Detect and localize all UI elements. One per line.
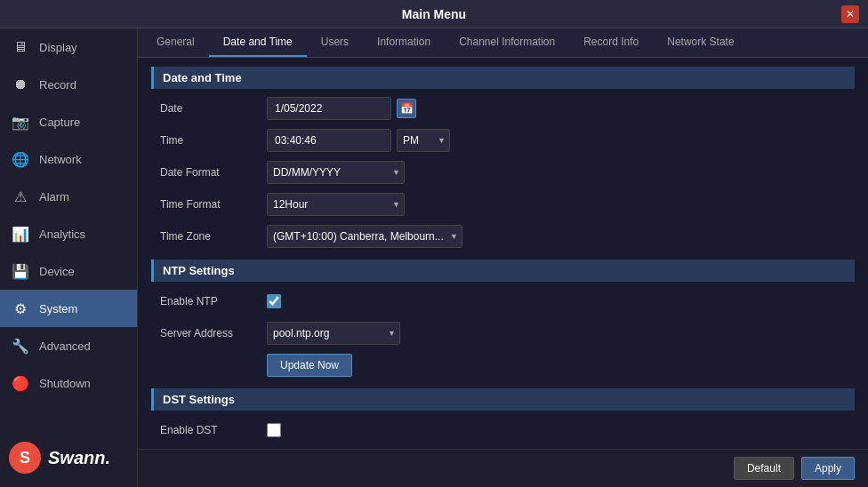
section-datetime-body: Date 📅 Time AM (151, 96, 855, 249)
apply-button[interactable]: Apply (801, 457, 855, 480)
logo-icon: S (9, 442, 41, 474)
date-label: Date (160, 102, 267, 115)
sidebar-label-capture: Capture (39, 116, 80, 129)
content-scroll: Date and Time Date 📅 Time (138, 58, 868, 449)
display-icon: 🖥 (11, 37, 30, 57)
enable-dst-row: Enable DST (160, 418, 846, 443)
capture-icon: 📷 (11, 112, 30, 132)
timezone-wrapper: (GMT+10:00) Canberra, Melbourn... (267, 225, 462, 248)
sidebar-label-analytics: Analytics (39, 228, 85, 241)
main-layout: 🖥 Display ⏺ Record 📷 Capture 🌐 Network ⚠… (0, 28, 868, 487)
sidebar-item-capture[interactable]: 📷 Capture (0, 103, 137, 140)
default-button[interactable]: Default (734, 457, 794, 480)
sidebar-label-record: Record (39, 78, 76, 92)
date-control: 📅 (267, 97, 846, 120)
sidebar-item-advanced[interactable]: 🔧 Advanced (0, 327, 137, 364)
date-format-label: Date Format (160, 166, 267, 179)
date-format-wrapper: DD/MM/YYYY MM/DD/YYYY YYYY/MM/DD (267, 161, 405, 184)
sidebar-item-device[interactable]: 💾 Device (0, 252, 137, 290)
sidebar-item-record[interactable]: ⏺ Record (0, 66, 137, 103)
timezone-row: Time Zone (GMT+10:00) Canberra, Melbourn… (160, 224, 846, 249)
sidebar-label-shutdown: Shutdown (39, 377, 91, 390)
sidebar-item-alarm[interactable]: ⚠ Alarm (0, 178, 137, 215)
date-format-select[interactable]: DD/MM/YYYY MM/DD/YYYY YYYY/MM/DD (267, 161, 405, 184)
time-control: AM PM (267, 129, 846, 152)
time-format-wrapper: 12Hour 24Hour (267, 193, 405, 216)
sidebar-item-analytics[interactable]: 📊 Analytics (0, 215, 137, 252)
device-icon: 💾 (11, 261, 30, 281)
date-format-control: DD/MM/YYYY MM/DD/YYYY YYYY/MM/DD (267, 161, 846, 184)
calendar-icon[interactable]: 📅 (397, 99, 416, 118)
enable-ntp-label: Enable NTP (160, 295, 267, 307)
logo-text: Swann. (48, 448, 110, 468)
enable-dst-checkbox[interactable] (267, 423, 281, 437)
time-label: Time (160, 134, 267, 147)
enable-ntp-checkbox[interactable] (267, 294, 281, 308)
record-icon: ⏺ (11, 75, 30, 94)
sidebar-label-advanced: Advanced (39, 339, 91, 353)
update-now-button[interactable]: Update Now (267, 354, 352, 377)
update-now-row: Update Now (160, 353, 846, 378)
swann-logo: S Swann. (0, 428, 137, 487)
tab-general[interactable]: General (142, 28, 209, 57)
sidebar-label-network: Network (39, 153, 82, 166)
server-address-control: pool.ntp.org time.google.com time.window… (267, 322, 846, 345)
section-datetime-header: Date and Time (151, 67, 855, 89)
server-address-select[interactable]: pool.ntp.org time.google.com time.window… (267, 322, 400, 345)
ampm-wrapper: AM PM (397, 129, 450, 152)
server-address-wrapper: pool.ntp.org time.google.com time.window… (267, 322, 400, 345)
system-icon: ⚙ (11, 299, 30, 318)
content-area: General Date and Time Users Information … (138, 28, 868, 487)
shutdown-icon: 🔴 (11, 373, 30, 393)
title-bar-title: Main Menu (402, 7, 466, 21)
tab-bar: General Date and Time Users Information … (138, 28, 868, 58)
tab-information[interactable]: Information (363, 28, 445, 57)
time-format-label: Time Format (160, 198, 267, 211)
section-dst: DST Settings Enable DST Time Offset (151, 388, 855, 449)
sidebar-label-system: System (39, 302, 77, 315)
sidebar-item-shutdown[interactable]: 🔴 Shutdown (0, 364, 137, 402)
date-input[interactable] (267, 97, 391, 120)
sidebar-item-display[interactable]: 🖥 Display (0, 28, 137, 66)
sidebar-label-alarm: Alarm (39, 190, 69, 204)
sidebar-label-device: Device (39, 265, 75, 278)
sidebar-label-display: Display (39, 41, 77, 54)
close-button[interactable]: ✕ (841, 5, 859, 23)
time-format-select[interactable]: 12Hour 24Hour (267, 193, 405, 216)
timezone-control: (GMT+10:00) Canberra, Melbourn... (267, 225, 846, 248)
date-row: Date 📅 (160, 96, 846, 121)
tab-datetime[interactable]: Date and Time (209, 28, 307, 57)
section-dst-body: Enable DST Time Offset 1Hour 2Ho (151, 418, 855, 449)
alarm-icon: ⚠ (11, 187, 30, 206)
update-now-control: Update Now (267, 354, 846, 377)
sidebar-item-network[interactable]: 🌐 Network (0, 140, 137, 178)
network-icon: 🌐 (11, 149, 30, 169)
server-address-label: Server Address (160, 327, 267, 339)
section-ntp: NTP Settings Enable NTP Server Address (151, 259, 855, 378)
bottom-bar: Default Apply (138, 449, 868, 487)
time-input[interactable] (267, 129, 391, 152)
section-ntp-body: Enable NTP Server Address pool.ntp.org (151, 289, 855, 378)
section-dst-header: DST Settings (151, 388, 855, 411)
tab-record-info[interactable]: Record Info (569, 28, 653, 57)
ampm-select[interactable]: AM PM (397, 129, 450, 152)
tab-network-state[interactable]: Network State (653, 28, 748, 57)
time-row: Time AM PM (160, 128, 846, 153)
tab-channel[interactable]: Channel Information (445, 28, 569, 57)
timezone-select[interactable]: (GMT+10:00) Canberra, Melbourn... (267, 225, 462, 248)
timezone-label: Time Zone (160, 230, 267, 243)
section-datetime: Date and Time Date 📅 Time (151, 67, 855, 249)
section-ntp-header: NTP Settings (151, 259, 855, 282)
analytics-icon: 📊 (11, 224, 30, 244)
time-format-row: Time Format 12Hour 24Hour (160, 192, 846, 217)
enable-ntp-control (267, 294, 846, 308)
time-format-control: 12Hour 24Hour (267, 193, 846, 216)
advanced-icon: 🔧 (11, 336, 30, 355)
tab-users[interactable]: Users (307, 28, 363, 57)
sidebar-item-system[interactable]: ⚙ System (0, 290, 137, 327)
sidebar: 🖥 Display ⏺ Record 📷 Capture 🌐 Network ⚠… (0, 28, 138, 487)
enable-dst-label: Enable DST (160, 424, 267, 436)
enable-dst-control (267, 423, 846, 437)
title-bar: Main Menu ✕ (0, 0, 868, 28)
server-address-row: Server Address pool.ntp.org time.google.… (160, 321, 846, 346)
